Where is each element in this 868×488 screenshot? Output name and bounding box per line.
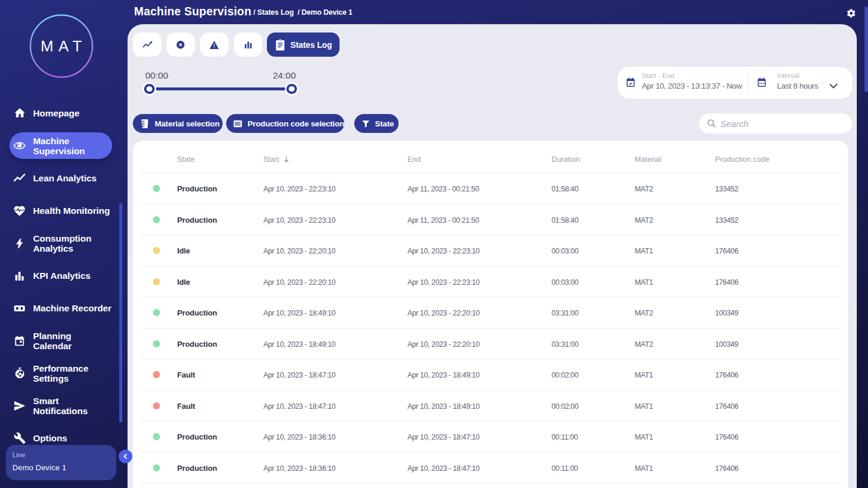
svg-text:MAT: MAT bbox=[41, 37, 87, 55]
